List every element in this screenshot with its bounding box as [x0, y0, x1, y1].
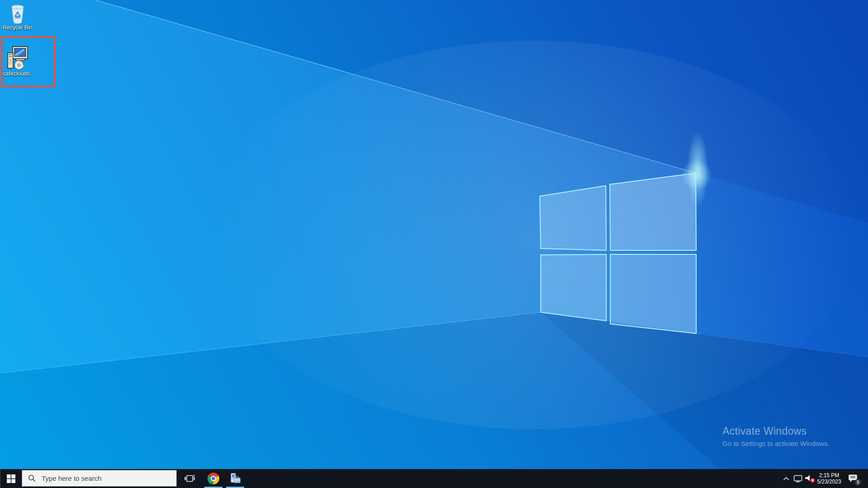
watermark-title: Activate Windows	[722, 425, 830, 437]
installer-taskbar-button[interactable]	[224, 469, 246, 488]
show-hidden-icons-button[interactable]	[780, 469, 792, 488]
taskbar: 2:15 PM 5/23/2023 9	[0, 469, 868, 488]
setup-wizard-icon	[229, 473, 241, 484]
activate-windows-watermark: Activate Windows Go to Settings to activ…	[722, 425, 830, 447]
action-center-button[interactable]: 9	[843, 469, 863, 488]
task-view-icon	[184, 474, 195, 483]
chevron-up-icon	[783, 477, 789, 481]
notification-badge: 9	[854, 479, 861, 486]
taskbar-clock[interactable]: 2:15 PM 5/23/2023	[816, 469, 843, 488]
network-tray-button[interactable]	[792, 469, 804, 488]
chrome-icon	[208, 473, 219, 484]
network-ethernet-icon	[793, 475, 802, 483]
volume-tray-button[interactable]	[804, 469, 816, 488]
volume-muted-icon	[805, 474, 816, 483]
taskbar-search[interactable]	[22, 470, 177, 487]
start-button[interactable]	[0, 469, 22, 488]
task-view-button[interactable]	[178, 469, 201, 488]
watermark-subtitle: Go to Settings to activate Windows.	[722, 440, 830, 447]
windows-logo-icon	[7, 474, 15, 483]
desktop-icon-recycle-bin[interactable]: Recycle Bin	[0, 3, 35, 31]
chrome-taskbar-button[interactable]	[203, 469, 224, 488]
clock-time: 2:15 PM	[819, 472, 840, 479]
windows10-wallpaper	[0, 0, 868, 488]
windows-desktop: Recycle Bin icafeclouds... Activate Wind…	[0, 0, 868, 488]
annotation-highlight-box	[1, 36, 56, 87]
recycle-bin-icon	[8, 3, 27, 24]
search-icon	[28, 474, 36, 482]
clock-date: 5/23/2023	[817, 479, 841, 485]
desktop-icon-label: Recycle Bin	[3, 25, 33, 31]
search-input[interactable]	[41, 474, 176, 483]
